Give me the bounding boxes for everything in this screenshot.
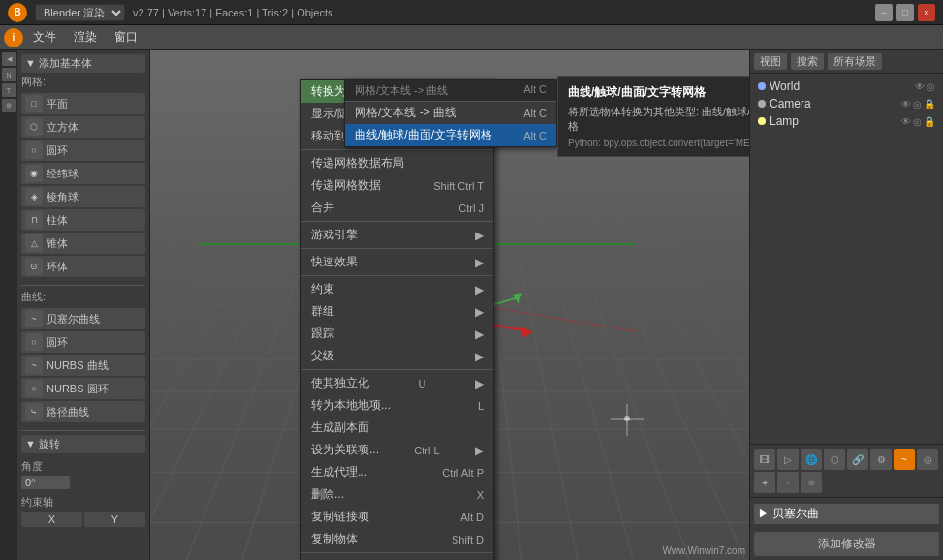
add-basic-btn[interactable]: ▼ 添加基本体 [21,54,145,73]
prop-constraint[interactable]: 🔗 [847,449,868,470]
window-minimize[interactable]: − [875,4,893,21]
prop-data[interactable]: ~ [894,449,915,470]
menu-item-single[interactable]: 使其独立化 U ▶ [301,372,493,394]
mesh-cylinder[interactable]: ⊓ 柱体 [21,209,145,231]
menu-item-parent[interactable]: 父级 ▶ [301,345,493,367]
menu-item-animation[interactable]: 动画 ▶ [301,555,493,560]
prop-physics[interactable]: ⚛ [801,472,822,493]
right-panel: 视图 搜索 所有场景 World 👁 ◎ Camera 👁 ◎ 🔒 [749,50,943,560]
scene-camera[interactable]: Camera 👁 ◎ 🔒 [754,95,939,112]
submenu-item-curve-to-mesh[interactable]: 曲线/触球/曲面/文字转网格 Alt C [345,124,556,146]
prop-modifier[interactable]: ⚙ [870,449,892,470]
world-eye-icon[interactable]: 👁 [915,81,925,92]
curve-nurbs-circle[interactable]: ○ NURBS 圆环 [21,378,145,399]
lamp-render-icon[interactable]: ◎ [913,116,922,127]
tool-icon-4[interactable]: ⊕ [2,99,16,112]
window-maximize[interactable]: □ [896,4,914,21]
menu-item-duplicate[interactable]: 复制物体 Shift D [301,528,493,550]
prop-material[interactable]: ◎ [917,449,938,470]
mesh-torus-icon: ⊙ [25,258,43,275]
sep-5 [301,369,493,370]
curve-path-icon: ⤷ [25,403,43,420]
mesh-cube[interactable]: ⬡ 立方体 [21,116,145,138]
menu-item-local[interactable]: 转为本地地项... L [301,394,493,417]
prop-particle[interactable]: · [777,472,799,493]
menu-item-dupliface[interactable]: 生成副本面 [301,417,493,439]
sep-4 [301,275,493,276]
watermark: Www.Winwin7.com [662,545,745,556]
curve-nurbs-icon: ~ [25,357,43,374]
menu-item-track[interactable]: 跟踪 ▶ [301,323,493,345]
menu-item-transmesh1[interactable]: 传递网格数据布局 [301,152,493,174]
props-icons: 🎞 ▷ 🌐 ⬡ 🔗 ⚙ ~ ◎ ✦ · ⚛ [754,449,939,493]
main-layout: ◀ N T ⊕ ▼ 添加基本体 网格: □ 平面 [0,50,943,560]
curve-bezier[interactable]: ~ 贝塞尔曲线 [21,308,145,329]
menu-item-join[interactable]: 合并 Ctrl J [301,197,493,219]
view-btn[interactable]: 视图 [754,53,787,70]
menu-item-transmesh2[interactable]: 传递网格数据 Shift Ctrl T [301,174,493,197]
world-dot [758,82,766,90]
window-close[interactable]: × [918,4,935,21]
search-btn[interactable]: 搜索 [791,53,824,70]
angle-input[interactable] [21,476,70,489]
camera-lock-icon[interactable]: 🔒 [924,99,935,109]
mesh-icosphere[interactable]: ◈ 棱角球 [21,186,145,207]
scene-tree: World 👁 ◎ Camera 👁 ◎ 🔒 Lamp 👁 [750,74,943,444]
curve-circle[interactable]: ○ 圆环 [21,331,145,353]
render-engine-select[interactable]: Blender 渲染 [35,4,125,21]
mesh-cylinder-icon: ⊓ [25,211,43,229]
curve-path[interactable]: ⤷ 路径曲线 [21,401,145,422]
constraint-y[interactable]: Y [84,512,145,527]
constraint-x[interactable]: X [21,512,82,527]
prop-object[interactable]: ⬡ [824,449,845,470]
tooltip-box: 曲线/触球/曲面/文字转网格 将所选物体转换为其他类型: 曲线/触球/曲面/文字… [557,76,749,157]
left-panel: ◀ N T ⊕ ▼ 添加基本体 网格: □ 平面 [0,50,150,560]
menu-render[interactable]: 渲染 [66,27,105,47]
all-scenes-btn[interactable]: 所有场景 [828,53,882,70]
mesh-cone[interactable]: △ 锥体 [21,233,145,254]
menu-item-duplilink[interactable]: 复制链接项 Alt D [301,506,493,528]
mesh-plane[interactable]: □ 平面 [21,93,145,114]
object-dropdown-menu[interactable]: 转换为 Alt C ▶ 显示/隐藏 ▶ 移动到层... M 传递网格数据布局 [300,79,494,560]
menu-item-delete[interactable]: 删除... X [301,483,493,506]
world-render-icon[interactable]: ◎ [927,81,935,92]
angle-section: 角度 [21,457,145,489]
constraint-label: 约束轴 [21,493,145,512]
lamp-lock-icon[interactable]: 🔒 [924,116,935,127]
prop-scene[interactable]: ▷ [777,449,799,470]
tool-icon-1[interactable]: ◀ [2,52,16,66]
menu-item-makeproxy[interactable]: 生成代理... Ctrl Alt P [301,461,493,483]
menu-item-group[interactable]: 群组 ▶ [301,300,493,323]
sep-6 [301,552,493,553]
prop-render[interactable]: 🎞 [754,449,775,470]
mesh-circle-icon: ○ [25,141,43,159]
menu-item-setlinked[interactable]: 设为关联项... Ctrl L ▶ [301,439,493,461]
mesh-circle[interactable]: ○ 圆环 [21,140,145,161]
menu-window[interactable]: 窗口 [107,27,145,47]
tool-icon-3[interactable]: T [2,83,16,97]
add-modifier-btn[interactable]: 添加修改器 [754,532,939,556]
tool-icon-2[interactable]: N [2,68,16,81]
object-name-value[interactable]: ▶ 贝塞尔曲 [754,504,939,524]
camera-render-icon[interactable]: ◎ [913,99,922,109]
scene-world[interactable]: World 👁 ◎ [754,78,939,95]
mesh-torus[interactable]: ⊙ 环体 [21,256,145,277]
menu-item-game[interactable]: 游戏引擎 ▶ [301,224,493,246]
camera-eye-icon[interactable]: 👁 [901,99,911,109]
mesh-uvsphere[interactable]: ◉ 经纬球 [21,163,145,184]
viewport-area[interactable]: 转换为 Alt C ▶ 显示/隐藏 ▶ 移动到层... M 传递网格数据布局 [150,50,749,560]
submenu-item-mesh-to-curve[interactable]: 网格/文本线 -> 曲线 Alt C [345,102,556,124]
curve-label: 曲线: [21,290,145,304]
rotate-label-btn[interactable]: ▼ 旋转 [21,435,145,453]
menu-item-quickeffects[interactable]: 快速效果 ▶ [301,251,493,273]
3d-viewport[interactable]: 转换为 Alt C ▶ 显示/隐藏 ▶ 移动到层... M 传递网格数据布局 [150,50,749,560]
submenu-convert[interactable]: 网格/文本线 -> 曲线 Alt C 网格/文本线 -> 曲线 Alt C 曲线… [344,79,557,147]
menu-file[interactable]: 文件 [25,27,64,47]
prop-texture[interactable]: ✦ [754,472,775,493]
menu-item-constraint[interactable]: 约束 ▶ [301,278,493,300]
curve-nurbs[interactable]: ~ NURBS 曲线 [21,355,145,376]
submenu-header: 网格/文本线 -> 曲线 Alt C [345,80,556,102]
scene-lamp[interactable]: Lamp 👁 ◎ 🔒 [754,112,939,130]
prop-world[interactable]: 🌐 [801,449,822,470]
lamp-eye-icon[interactable]: 👁 [901,116,911,127]
